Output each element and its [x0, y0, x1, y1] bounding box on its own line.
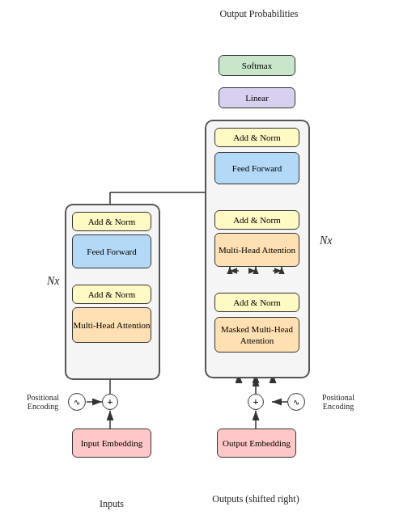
linear-box: Linear	[219, 87, 295, 108]
decoder-nx-label: Nx	[320, 234, 333, 247]
decoder-add-circle: +	[248, 394, 264, 410]
outputs-label: Outputs (shifted right)	[209, 493, 303, 505]
transformer-diagram: Output Probabilities Softmax Linear Add …	[0, 0, 416, 532]
encoder-add-norm-top: Add & Norm	[72, 212, 151, 231]
output-probabilities-label: Output Probabilities	[214, 8, 304, 20]
decoder-output-embedding: Output Embedding	[217, 429, 296, 458]
decoder-multi-head-attention: Multi-Head Attention	[214, 233, 299, 267]
encoder-feed-forward: Feed Forward	[72, 234, 151, 268]
decoder-positional-encoding-wave: ∿	[287, 393, 305, 411]
decoder-add-norm-mid: Add & Norm	[214, 210, 299, 230]
decoder-masked-attention: Masked Multi-Head Attention	[214, 317, 299, 353]
encoder-input-embedding: Input Embedding	[72, 429, 151, 458]
decoder-add-norm-top: Add & Norm	[214, 128, 299, 147]
encoder-add-norm-bottom: Add & Norm	[72, 285, 151, 304]
decoder-feed-forward: Feed Forward	[214, 152, 299, 184]
encoder-positional-encoding-wave: ∿	[68, 393, 86, 411]
decoder-positional-encoding-label: Positional Encoding	[309, 393, 367, 411]
encoder-multi-head-attention: Multi-Head Attention	[72, 307, 151, 343]
decoder-add-norm-bottom: Add & Norm	[214, 293, 299, 312]
encoder-nx-label: Nx	[47, 275, 60, 288]
inputs-label: Inputs	[72, 498, 151, 510]
encoder-positional-encoding-label: Positional Encoding	[18, 393, 68, 411]
encoder-add-circle: +	[102, 394, 118, 410]
softmax-box: Softmax	[219, 55, 295, 76]
